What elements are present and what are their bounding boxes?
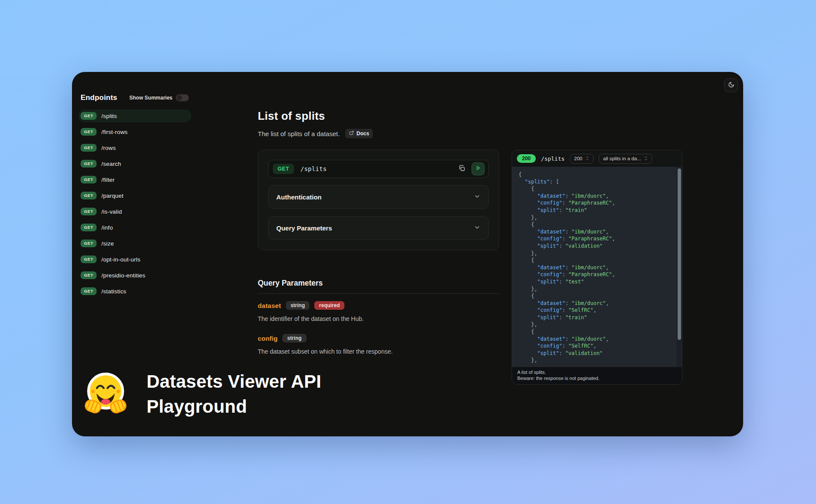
theme-toggle-button[interactable] <box>724 78 738 92</box>
sidebar-title: Endpoints <box>81 93 117 102</box>
query-parameters-section: Query Parameters datasetstringrequiredTh… <box>258 279 499 355</box>
request-path: /splits <box>300 165 327 172</box>
divider <box>258 293 499 294</box>
response-path: /splits <box>541 156 565 162</box>
endpoint-list: GET/splitsGET/first-rowsGET/rowsGET/sear… <box>78 109 191 298</box>
example-select[interactable]: all splits in a da... <box>599 154 652 164</box>
param-dataset: datasetstringrequiredThe identifier of t… <box>258 301 499 322</box>
endpoint-path: /size <box>101 240 114 247</box>
authentication-accordion[interactable]: Authentication <box>268 185 489 209</box>
endpoint-path: /rows <box>101 145 116 151</box>
status-select-value: 200 <box>574 156 582 161</box>
sidebar-item-opt-in-out-urls[interactable]: GET/opt-in-out-urls <box>78 253 191 266</box>
accordion-label: Query Parameters <box>276 224 332 232</box>
sidebar-item-presidio-entities[interactable]: GET/presidio-entities <box>78 269 191 282</box>
response-body-viewer[interactable]: { "splits": [ { "dataset": "ibm/duorc", … <box>512 167 682 367</box>
request-panel: GET /splits Authenticatio <box>258 149 499 250</box>
method-badge: GET <box>81 192 97 199</box>
request-bar: GET /splits <box>268 160 489 178</box>
endpoint-path: /splits <box>101 113 117 119</box>
param-name: config <box>258 335 278 342</box>
sidebar-item-rows[interactable]: GET/rows <box>78 141 191 154</box>
example-select-value: all splits in a da... <box>603 156 641 161</box>
endpoint-path: /info <box>101 224 113 231</box>
method-badge: GET <box>81 176 97 184</box>
method-badge: GET <box>81 271 97 279</box>
moon-icon <box>728 81 735 90</box>
sidebar-item-is-valid[interactable]: GET/is-valid <box>78 205 191 218</box>
scrollbar-thumb[interactable] <box>678 168 681 340</box>
status-badge: 200 <box>517 154 536 163</box>
method-badge: GET <box>81 144 97 152</box>
endpoint-path: /presidio-entities <box>101 272 145 279</box>
docs-button[interactable]: Docs <box>345 129 373 138</box>
app-title: Datasets Viewer API Playground <box>147 369 321 419</box>
show-summaries-label: Show Summaries <box>129 95 172 101</box>
toggle-knob <box>177 95 182 100</box>
app-title-line1: Datasets Viewer API <box>147 369 321 394</box>
play-icon <box>475 165 481 173</box>
sidebar-item-first-rows[interactable]: GET/first-rows <box>78 125 191 138</box>
param-config: configstringThe dataset subset on which … <box>258 334 499 355</box>
show-summaries-toggle[interactable] <box>176 94 189 101</box>
run-request-button[interactable] <box>472 162 485 175</box>
copy-button[interactable] <box>456 163 468 175</box>
query-parameters-accordion[interactable]: Query Parameters <box>268 216 489 240</box>
endpoint-path: /parquet <box>101 193 123 199</box>
param-type-badge: string <box>286 301 310 310</box>
method-badge: GET <box>81 208 97 215</box>
chevron-up-down-icon <box>644 156 648 162</box>
sidebar-item-size[interactable]: GET/size <box>78 237 191 250</box>
sidebar-item-search[interactable]: GET/search <box>78 157 191 170</box>
chevron-down-icon <box>474 224 481 233</box>
response-header: 200 /splits 200 all splits in a da... <box>512 150 682 167</box>
param-required-badge: required <box>314 301 344 310</box>
sidebar-item-statistics[interactable]: GET/statistics <box>78 285 191 298</box>
endpoints-sidebar: Endpoints Show Summaries GET/splitsGET/f… <box>78 93 191 301</box>
chevron-up-down-icon <box>585 156 589 162</box>
method-badge: GET <box>81 160 97 168</box>
param-name: dataset <box>258 302 281 309</box>
response-note-line: A list of splits. <box>517 370 677 376</box>
page-title: List of splits <box>258 110 499 122</box>
method-badge: GET <box>81 287 97 295</box>
endpoint-path: /opt-in-out-urls <box>101 256 140 263</box>
response-body: { "splits": [ { "dataset": "ibm/duorc", … <box>519 171 672 364</box>
response-footer: A list of splits. Beware: the response i… <box>512 367 682 384</box>
accordion-label: Authentication <box>276 193 322 201</box>
response-panel: 200 /splits 200 all splits in a da... { … <box>512 150 682 385</box>
method-badge: GET <box>81 112 97 120</box>
response-note-line: Beware: the response is not paginated. <box>517 376 677 382</box>
status-select[interactable]: 200 <box>570 154 594 164</box>
endpoint-description: The list of splits of a dataset. <box>258 130 340 137</box>
method-badge: GET <box>81 128 97 136</box>
docs-label: Docs <box>356 131 369 137</box>
chevron-down-icon <box>474 193 481 202</box>
endpoint-path: /filter <box>101 177 115 183</box>
param-description: The identifier of the dataset on the Hub… <box>258 315 499 322</box>
section-title: Query Parameters <box>258 279 499 288</box>
hugging-face-logo <box>83 371 128 417</box>
sidebar-item-parquet[interactable]: GET/parquet <box>78 189 191 202</box>
external-link-icon <box>349 131 354 137</box>
copy-icon <box>458 165 466 174</box>
params-list: datasetstringrequiredThe identifier of t… <box>258 301 499 355</box>
app-card: Endpoints Show Summaries GET/splitsGET/f… <box>72 72 743 436</box>
method-badge: GET <box>81 240 97 247</box>
method-badge: GET <box>81 224 97 231</box>
sidebar-item-info[interactable]: GET/info <box>78 221 191 234</box>
endpoint-path: /statistics <box>101 288 126 295</box>
brand: Datasets Viewer API Playground <box>83 369 321 419</box>
method-badge: GET <box>81 255 97 263</box>
app-title-line2: Playground <box>147 394 321 419</box>
endpoint-path: /first-rows <box>101 129 128 135</box>
param-type-badge: string <box>282 334 306 342</box>
main-content: List of splits The list of splits of a d… <box>258 110 499 355</box>
param-description: The dataset subset on which to filter th… <box>258 348 499 355</box>
endpoint-path: /search <box>101 161 121 167</box>
endpoint-path: /is-valid <box>101 208 122 215</box>
request-method-badge: GET <box>273 164 294 174</box>
sidebar-item-splits[interactable]: GET/splits <box>78 109 191 122</box>
sidebar-item-filter[interactable]: GET/filter <box>78 173 191 186</box>
